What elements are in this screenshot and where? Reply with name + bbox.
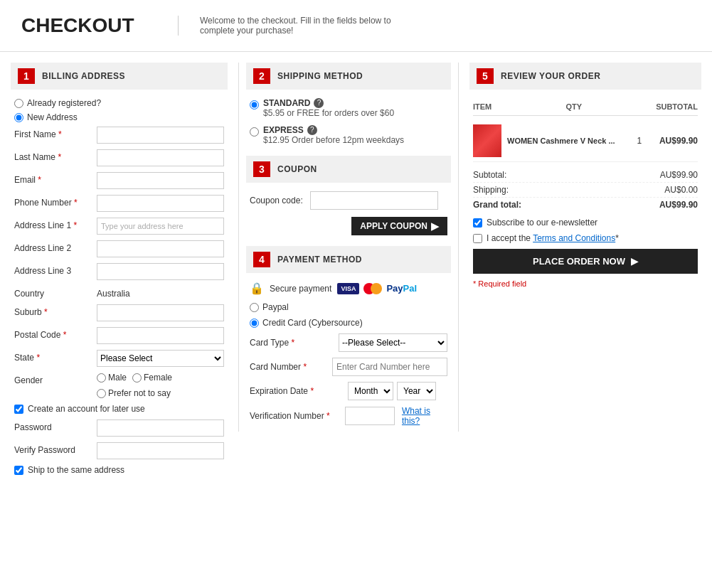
item-name: WOMEN Cashmere V Neck ... bbox=[507, 137, 620, 145]
already-registered-label: Already registered? bbox=[27, 98, 101, 108]
gender-male-label: Male bbox=[108, 373, 127, 383]
subscribe-checkbox[interactable] bbox=[473, 218, 482, 228]
phone-input[interactable] bbox=[97, 195, 224, 212]
express-option[interactable]: EXPRESS ? $12.95 Order before 12pm weekd… bbox=[250, 125, 447, 145]
subscribe-row[interactable]: Subscribe to our e-newsletter bbox=[473, 218, 698, 228]
standard-radio[interactable] bbox=[250, 100, 259, 109]
shipping-header: 2 SHIPPING METHOD bbox=[246, 63, 451, 90]
verification-row: Verification Number * What is this? bbox=[250, 406, 447, 426]
coupon-input[interactable] bbox=[310, 191, 438, 210]
item-image bbox=[473, 124, 501, 157]
country-value: Australia bbox=[97, 286, 130, 299]
verify-password-label: Verify Password bbox=[14, 442, 92, 455]
billing-section-num: 1 bbox=[18, 68, 35, 84]
totals: Subtotal: AU$99.90 Shipping: AU$0.00 Gra… bbox=[473, 168, 698, 212]
verification-label: Verification Number * bbox=[250, 411, 339, 421]
suburb-label: Suburb * bbox=[14, 304, 92, 317]
verify-group: What is this? bbox=[345, 406, 447, 426]
year-select[interactable]: Year bbox=[397, 382, 436, 400]
shipping-section: 2 SHIPPING METHOD STANDARD ? $5.95 or FR… bbox=[246, 63, 451, 145]
express-help-icon[interactable]: ? bbox=[307, 125, 317, 135]
address1-input[interactable] bbox=[97, 218, 224, 235]
billing-section-title: BILLING ADDRESS bbox=[42, 71, 125, 81]
first-name-label: First Name * bbox=[14, 127, 92, 139]
address2-input[interactable] bbox=[97, 240, 224, 257]
terms-row[interactable]: I accept the Terms and Conditions* bbox=[473, 233, 698, 243]
verify-password-input[interactable] bbox=[97, 442, 224, 459]
paypal-radio[interactable] bbox=[250, 303, 259, 312]
card-type-select[interactable]: --Please Select-- bbox=[339, 333, 447, 352]
new-address-label: New Address bbox=[27, 112, 78, 122]
address3-input[interactable] bbox=[97, 263, 224, 280]
payment-section: 4 PAYMENT METHOD 🔒 Secure payment VISA bbox=[246, 246, 451, 426]
paypal-label: Paypal bbox=[262, 302, 289, 312]
item-price: AU$99.90 bbox=[659, 136, 698, 146]
card-number-input[interactable] bbox=[332, 358, 447, 376]
shipping-row: Shipping: AU$0.00 bbox=[473, 183, 698, 198]
secure-label: Secure payment bbox=[270, 284, 331, 294]
payment-logos: VISA PayPal bbox=[337, 283, 417, 294]
subtotal-label: Subtotal: bbox=[473, 170, 506, 180]
expiry-row: Expiration Date * Month Year bbox=[250, 382, 447, 400]
gender-female-label: Female bbox=[144, 373, 172, 383]
credit-card-option[interactable]: Credit Card (Cybersource) Card Type * --… bbox=[250, 318, 447, 426]
credit-card-radio[interactable] bbox=[250, 319, 259, 328]
order-item: WOMEN Cashmere V Neck ... 1 AU$99.90 bbox=[473, 120, 698, 162]
paypal-logo: PayPal bbox=[386, 283, 417, 294]
standard-option[interactable]: STANDARD ? $5.95 or FREE for orders over… bbox=[250, 98, 447, 118]
terms-checkbox[interactable] bbox=[473, 234, 482, 243]
last-name-input[interactable] bbox=[97, 149, 224, 166]
item-qty: 1 bbox=[625, 136, 654, 146]
password-input[interactable] bbox=[97, 419, 224, 437]
already-registered-radio[interactable] bbox=[14, 99, 23, 108]
col-qty: QTY bbox=[565, 102, 582, 111]
grand-total-label: Grand total: bbox=[473, 200, 521, 210]
terms-text: I accept the Terms and Conditions* bbox=[487, 233, 619, 243]
express-radio[interactable] bbox=[250, 127, 259, 137]
address3-label: Address Line 3 bbox=[14, 263, 92, 276]
paypal-option[interactable]: Paypal bbox=[250, 302, 447, 312]
grand-total-row: Grand total: AU$99.90 bbox=[473, 198, 698, 212]
gender-male-option[interactable]: Male bbox=[97, 373, 127, 383]
country-label: Country bbox=[14, 286, 92, 299]
gender-group: Male Female Prefer not to say bbox=[97, 373, 224, 398]
ship-same-row[interactable]: Ship to the same address bbox=[14, 465, 224, 475]
lock-icon: 🔒 bbox=[250, 282, 264, 295]
new-address-option[interactable]: New Address bbox=[14, 112, 224, 122]
gender-male-radio[interactable] bbox=[97, 373, 106, 383]
terms-link[interactable]: Terms and Conditions bbox=[533, 233, 615, 243]
gender-female-option[interactable]: Female bbox=[132, 373, 172, 383]
postal-code-input[interactable] bbox=[97, 327, 224, 344]
standard-help-icon[interactable]: ? bbox=[314, 98, 324, 108]
review-section: 5 REVIEW YOUR ORDER ITEM QTY SUBTOTAL WO… bbox=[459, 63, 701, 288]
ship-same-checkbox[interactable] bbox=[14, 466, 23, 475]
visa-logo: VISA bbox=[337, 283, 359, 294]
email-input[interactable] bbox=[97, 172, 224, 189]
place-order-button[interactable]: PLACE ORDER NOW ▶ bbox=[473, 249, 698, 274]
password-label: Password bbox=[14, 419, 92, 432]
what-is-this-link[interactable]: What is this? bbox=[402, 406, 447, 426]
last-name-label: Last Name * bbox=[14, 149, 92, 162]
apply-coupon-arrow-icon: ▶ bbox=[431, 220, 439, 232]
new-address-radio[interactable] bbox=[14, 113, 23, 122]
apply-coupon-button[interactable]: APPLY COUPON ▶ bbox=[351, 217, 447, 235]
suburb-input[interactable] bbox=[97, 304, 224, 321]
billing-section: 1 BILLING ADDRESS Already registered? Ne… bbox=[11, 63, 238, 481]
gender-female-radio[interactable] bbox=[132, 373, 142, 383]
verification-input[interactable] bbox=[345, 407, 395, 425]
coupon-section-num: 3 bbox=[253, 161, 270, 177]
month-select[interactable]: Month bbox=[348, 382, 393, 400]
create-account-row[interactable]: Create an account for later use bbox=[14, 404, 224, 414]
coupon-header: 3 COUPON bbox=[246, 156, 451, 183]
create-account-checkbox[interactable] bbox=[14, 405, 23, 414]
first-name-input[interactable] bbox=[97, 127, 224, 144]
state-label: State * bbox=[14, 350, 92, 363]
subtotal-value: AU$99.90 bbox=[660, 170, 698, 180]
gender-prefer-radio[interactable] bbox=[97, 389, 106, 398]
mastercard-logo bbox=[363, 283, 382, 294]
shipping-section-num: 2 bbox=[253, 68, 270, 84]
address1-label: Address Line 1 * bbox=[14, 218, 92, 230]
gender-prefer-option[interactable]: Prefer not to say bbox=[97, 388, 171, 398]
already-registered-option[interactable]: Already registered? bbox=[14, 98, 224, 108]
state-select[interactable]: Please Select bbox=[97, 350, 224, 367]
